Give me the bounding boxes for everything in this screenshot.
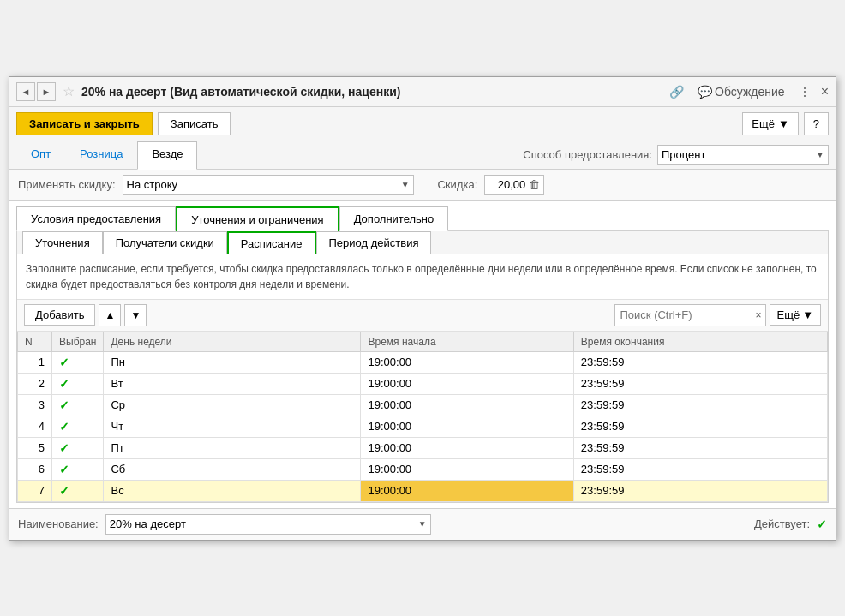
cell-checked: ✓ bbox=[52, 480, 104, 501]
schedule-table: N Выбран День недели Время начала Время … bbox=[17, 332, 828, 502]
sub-tab-period[interactable]: Период действия bbox=[316, 231, 432, 254]
cell-n: 2 bbox=[18, 373, 52, 394]
title-actions: 🔗 💬 Обсуждение ⋮ × bbox=[666, 83, 829, 100]
cell-day: Пт bbox=[104, 437, 361, 458]
discount-clear-icon[interactable]: 🗑 bbox=[529, 178, 540, 191]
table-row[interactable]: 6✓Сб19:00:0023:59:59 bbox=[18, 458, 828, 480]
discussion-label: Обсуждение bbox=[715, 85, 785, 99]
tab-conditions[interactable]: Условия предоставления bbox=[16, 206, 176, 231]
tab-vezde[interactable]: Везде bbox=[137, 141, 197, 170]
back-button[interactable]: ◄ bbox=[16, 82, 35, 101]
cell-end: 23:59:59 bbox=[573, 416, 827, 437]
content-area: Условия предоставления Уточнения и огран… bbox=[9, 201, 836, 508]
apply-select[interactable]: На строку ▼ bbox=[123, 175, 414, 195]
checkbox-checked-icon: ✓ bbox=[59, 398, 69, 412]
acts-label: Действует: bbox=[754, 517, 810, 530]
apply-label: Применять скидку: bbox=[18, 178, 116, 191]
sub-tab-recipients[interactable]: Получатели скидки bbox=[103, 231, 227, 254]
discussion-button[interactable]: 💬 Обсуждение bbox=[694, 83, 788, 100]
move-down-button[interactable]: ▼ bbox=[124, 304, 147, 326]
cell-day: Вт bbox=[104, 373, 361, 394]
toolbar: Записать и закрыть Записать Ещё ▼ ? bbox=[9, 107, 836, 141]
table-row[interactable]: 7✓Вс19:00:0023:59:59 bbox=[18, 480, 828, 501]
cell-start: 19:00:00 bbox=[361, 351, 573, 373]
discount-value-text: 20,00 bbox=[498, 178, 526, 191]
main-tab-bar: Условия предоставления Уточнения и огран… bbox=[16, 206, 829, 231]
sub-tab-schedule[interactable]: Расписание bbox=[227, 231, 316, 254]
forward-button[interactable]: ► bbox=[37, 82, 56, 101]
cell-end: 23:59:59 bbox=[573, 373, 827, 394]
tab-roznica[interactable]: Розница bbox=[65, 141, 137, 169]
actions-row: Добавить ▲ ▼ × Ещё ▼ bbox=[17, 300, 828, 332]
cell-n: 5 bbox=[18, 437, 52, 458]
col-checked: Выбран bbox=[52, 332, 104, 351]
name-select[interactable]: 20% на десерт ▼ bbox=[105, 514, 431, 535]
discussion-icon: 💬 bbox=[698, 85, 712, 99]
cell-start: 19:00:00 bbox=[361, 373, 573, 394]
description-text: Заполните расписание, если требуется, чт… bbox=[17, 254, 828, 300]
checkbox-checked-icon: ✓ bbox=[59, 420, 69, 434]
checkbox-checked-icon: ✓ bbox=[59, 356, 69, 369]
apply-arrow-icon: ▼ bbox=[401, 180, 410, 189]
more-button[interactable]: Ещё ▼ bbox=[742, 112, 798, 135]
add-button[interactable]: Добавить bbox=[24, 304, 95, 326]
provision-method-select[interactable]: Процент ▼ bbox=[657, 145, 829, 165]
tab-refinements[interactable]: Уточнения и ограничения bbox=[176, 206, 339, 231]
apply-row: Применять скидку: На строку ▼ Скидка: 20… bbox=[9, 170, 836, 201]
table-row[interactable]: 1✓Пн19:00:0023:59:59 bbox=[18, 351, 828, 373]
provision-method-arrow: ▼ bbox=[816, 150, 824, 159]
favorite-icon[interactable]: ☆ bbox=[63, 83, 75, 99]
actions-more-button[interactable]: Ещё ▼ bbox=[770, 304, 821, 326]
table-row[interactable]: 4✓Чт19:00:0023:59:59 bbox=[18, 416, 828, 437]
col-end: Время окончания bbox=[573, 332, 827, 351]
discount-input[interactable]: 20,00 🗑 bbox=[484, 175, 544, 195]
close-button[interactable]: × bbox=[821, 84, 829, 99]
name-label: Наименование: bbox=[18, 517, 99, 530]
checkbox-checked-icon: ✓ bbox=[59, 441, 69, 455]
move-up-button[interactable]: ▲ bbox=[99, 304, 121, 326]
table-row[interactable]: 2✓Вт19:00:0023:59:59 bbox=[18, 373, 828, 394]
actions-more-arrow-icon: ▼ bbox=[802, 308, 813, 321]
table-row[interactable]: 5✓Пт19:00:0023:59:59 bbox=[18, 437, 828, 458]
save-close-button[interactable]: Записать и закрыть bbox=[16, 112, 153, 135]
col-n: N bbox=[18, 332, 52, 351]
cell-day: Чт bbox=[104, 416, 361, 437]
save-button[interactable]: Записать bbox=[158, 112, 231, 135]
top-tab-bar: Опт Розница Везде Способ предоставления:… bbox=[9, 141, 836, 170]
col-day: День недели bbox=[104, 332, 361, 351]
cell-n: 3 bbox=[18, 394, 52, 416]
checkbox-checked-icon: ✓ bbox=[59, 377, 69, 391]
actions-more-label: Ещё bbox=[777, 308, 800, 321]
provision-method-label: Способ предоставления: bbox=[523, 148, 652, 161]
table-row[interactable]: 3✓Ср19:00:0023:59:59 bbox=[18, 394, 828, 416]
help-button[interactable]: ? bbox=[804, 112, 829, 135]
cell-checked: ✓ bbox=[52, 373, 104, 394]
search-input[interactable] bbox=[615, 308, 752, 321]
main-window: ◄ ► ☆ 20% на десерт (Вид автоматической … bbox=[9, 76, 836, 541]
toolbar-right: Ещё ▼ ? bbox=[742, 112, 829, 135]
sub-tab-bar: Уточнения Получатели скидки Расписание П… bbox=[17, 231, 828, 254]
tab-additional[interactable]: Дополнительно bbox=[339, 206, 449, 231]
search-clear-button[interactable]: × bbox=[752, 309, 765, 321]
title-bar: ◄ ► ☆ 20% на десерт (Вид автоматической … bbox=[9, 77, 836, 107]
cell-end: 23:59:59 bbox=[573, 458, 827, 480]
inner-panel: Уточнения Получатели скидки Расписание П… bbox=[16, 231, 829, 503]
sub-tab-refinements[interactable]: Уточнения bbox=[22, 231, 103, 254]
discount-label: Скидка: bbox=[438, 178, 478, 191]
acts-check[interactable]: ✓ bbox=[817, 517, 827, 531]
link-icon[interactable]: 🔗 bbox=[666, 83, 687, 100]
cell-end: 23:59:59 bbox=[573, 437, 827, 458]
more-dots-button[interactable]: ⋮ bbox=[795, 83, 814, 100]
more-arrow-icon: ▼ bbox=[778, 117, 789, 130]
provision-method-value: Процент bbox=[662, 148, 816, 161]
cell-n: 4 bbox=[18, 416, 52, 437]
cell-checked: ✓ bbox=[52, 394, 104, 416]
tab-opt[interactable]: Опт bbox=[16, 141, 65, 169]
checkbox-checked-icon: ✓ bbox=[59, 463, 69, 476]
cell-end: 23:59:59 bbox=[573, 394, 827, 416]
cell-n: 1 bbox=[18, 351, 52, 373]
search-box: × bbox=[614, 304, 766, 326]
cell-checked: ✓ bbox=[52, 416, 104, 437]
nav-buttons: ◄ ► bbox=[16, 82, 56, 101]
cell-start: 19:00:00 bbox=[361, 458, 573, 480]
